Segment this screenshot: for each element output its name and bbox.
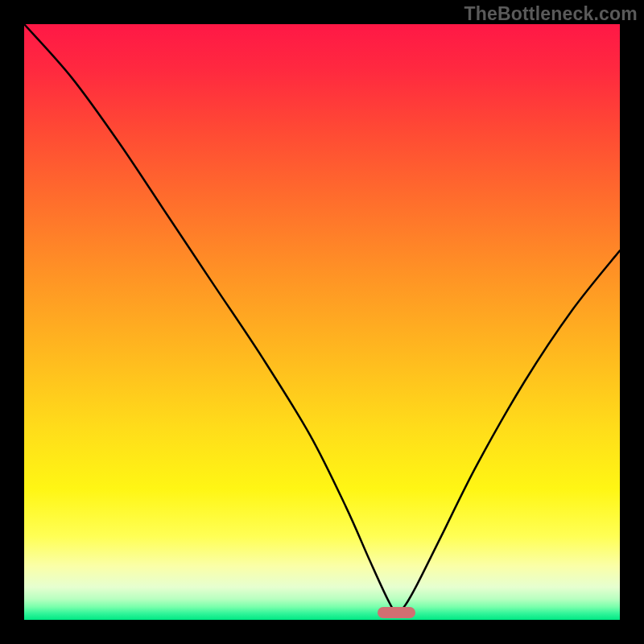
chart-root: TheBottleneck.com	[0, 0, 644, 644]
plot-area	[24, 24, 620, 620]
bottleneck-curve	[24, 24, 620, 620]
optimal-marker	[378, 607, 415, 618]
watermark-text: TheBottleneck.com	[464, 3, 638, 25]
